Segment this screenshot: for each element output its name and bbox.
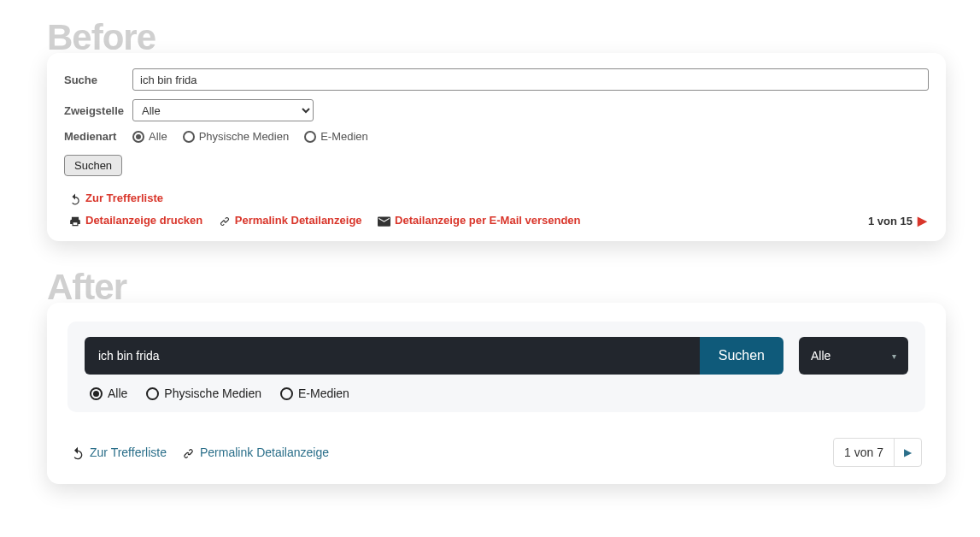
chevron-down-icon: ▾ xyxy=(892,351,896,361)
action-links: Zur Trefferliste Permalink Detailanzeige xyxy=(71,445,329,460)
permalink-link-text: Permalink Detailanzeige xyxy=(235,214,362,227)
back-link-text: Zur Trefferliste xyxy=(90,446,167,459)
pager: 1 von 15 ▶ xyxy=(868,214,927,227)
radio-emedia[interactable]: E-Medien xyxy=(280,387,349,400)
email-link-text: Detailanzeige per E-Mail versenden xyxy=(395,214,580,227)
undo-icon xyxy=(69,192,81,205)
branch-select-value: Alle xyxy=(811,349,830,363)
radio-label: Alle xyxy=(108,387,127,400)
after-heading: After xyxy=(47,267,946,308)
link-icon xyxy=(182,445,195,460)
email-icon xyxy=(378,214,390,227)
before-card: Suche Zweigstelle Alle Medienart Alle Ph… xyxy=(47,53,946,241)
radio-label: Physische Medien xyxy=(199,130,290,143)
mediatype-radio-group: Alle Physische Medien E-Medien xyxy=(132,130,368,143)
mediatype-radio-group: Alle Physische Medien E-Medien xyxy=(85,387,908,400)
search-group: Suchen xyxy=(85,337,783,375)
radio-emedia[interactable]: E-Medien xyxy=(304,130,368,143)
branch-select[interactable]: Alle ▾ xyxy=(799,337,908,375)
radio-icon xyxy=(280,387,293,400)
radio-icon xyxy=(90,387,103,400)
radio-label: Alle xyxy=(149,130,167,143)
pager-text: 1 von 15 xyxy=(868,215,913,227)
before-heading: Before xyxy=(47,17,946,58)
search-label: Suche xyxy=(64,74,132,86)
action-links: Zur Trefferliste Detailanzeige drucken P… xyxy=(64,190,929,227)
link-icon xyxy=(219,214,231,227)
permalink-link[interactable]: Permalink Detailanzeige xyxy=(182,445,329,460)
back-link[interactable]: Zur Trefferliste xyxy=(71,445,167,460)
mediatype-row: Medienart Alle Physische Medien E-Medien xyxy=(64,130,929,143)
permalink-link-text: Permalink Detailanzeige xyxy=(200,446,329,459)
radio-label: Physische Medien xyxy=(164,387,261,400)
radio-label: E-Medien xyxy=(298,387,349,400)
radio-icon xyxy=(304,131,316,143)
radio-label: E-Medien xyxy=(320,130,368,143)
print-link-text: Detailanzeige drucken xyxy=(85,214,202,227)
search-input[interactable] xyxy=(132,68,929,91)
email-link[interactable]: Detailanzeige per E-Mail versenden xyxy=(378,214,580,227)
back-link[interactable]: Zur Trefferliste xyxy=(69,192,163,205)
print-icon xyxy=(69,214,81,227)
after-card: Suchen Alle ▾ Alle Physische Medien xyxy=(47,303,946,484)
search-button[interactable]: Suchen xyxy=(700,337,783,375)
pager: 1 von 7 ▶ xyxy=(833,438,922,467)
radio-all[interactable]: Alle xyxy=(90,387,127,400)
next-page-button[interactable]: ▶ xyxy=(894,439,921,466)
radio-physical[interactable]: Physische Medien xyxy=(183,130,290,143)
mediatype-label: Medienart xyxy=(64,130,132,143)
pager-text: 1 von 7 xyxy=(834,446,894,459)
branch-row: Zweigstelle Alle xyxy=(64,99,929,121)
print-link[interactable]: Detailanzeige drucken xyxy=(69,214,202,227)
radio-icon xyxy=(183,131,195,143)
undo-icon xyxy=(71,445,85,460)
search-panel: Suchen Alle ▾ Alle Physische Medien xyxy=(67,322,925,412)
search-input[interactable] xyxy=(85,337,700,375)
bottom-bar: Zur Trefferliste Permalink Detailanzeige… xyxy=(67,438,925,467)
radio-icon xyxy=(132,131,144,143)
search-button[interactable]: Suchen xyxy=(64,155,122,176)
branch-select[interactable]: Alle xyxy=(132,99,314,121)
radio-all[interactable]: Alle xyxy=(132,130,167,143)
search-row: Suche xyxy=(64,68,929,91)
branch-label: Zweigstelle xyxy=(64,104,132,117)
next-page-button[interactable]: ▶ xyxy=(918,214,927,227)
permalink-link[interactable]: Permalink Detailanzeige xyxy=(219,214,362,227)
radio-icon xyxy=(146,387,159,400)
radio-physical[interactable]: Physische Medien xyxy=(146,387,261,400)
back-link-text: Zur Trefferliste xyxy=(85,192,163,204)
